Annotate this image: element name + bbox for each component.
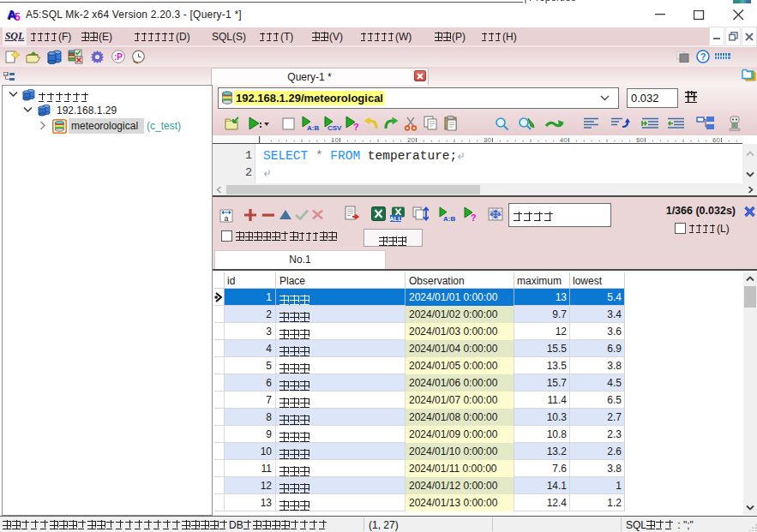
- svg-text::P: :P: [114, 52, 123, 62]
- svg-text:?: ?: [471, 212, 476, 223]
- svg-text:a: a: [224, 214, 228, 223]
- svg-text:CSV: CSV: [327, 124, 342, 131]
- svg-text:?: ?: [700, 51, 706, 62]
- svg-text:A:B: A:B: [443, 215, 455, 222]
- svg-text:?: ?: [353, 122, 359, 131]
- svg-text:ALL: ALL: [390, 215, 402, 223]
- svg-text:A:B: A:B: [307, 124, 319, 131]
